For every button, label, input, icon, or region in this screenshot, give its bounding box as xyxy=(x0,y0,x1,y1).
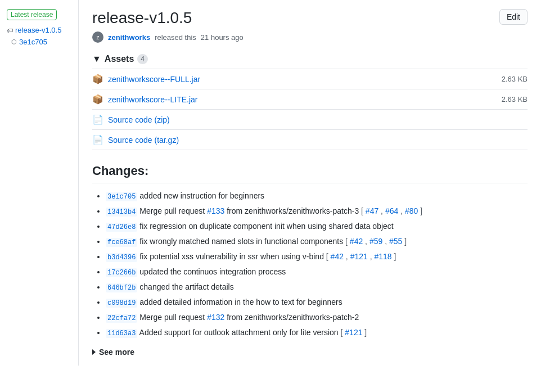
change-text-8: added detailed information in the how to… xyxy=(139,298,342,307)
release-title: release-v1.0.5 xyxy=(92,9,192,27)
file-icon-1: 📄 xyxy=(92,114,103,125)
tag-icon: 🏷 xyxy=(7,27,13,34)
sidebar-commit-link[interactable]: ⬡ 3e1c705 xyxy=(11,38,71,46)
see-more-button[interactable]: See more xyxy=(92,348,528,357)
author-link[interactable]: zenithworks xyxy=(108,33,150,42)
change-text-4: fix wrongly matched named slots in funct… xyxy=(139,237,345,246)
latest-release-badge: Latest release xyxy=(7,9,57,20)
sidebar-tag-link[interactable]: 🏷 release-v1.0.5 xyxy=(7,26,71,34)
asset-size-2: 2.63 KB xyxy=(502,95,528,103)
brackets: [ xyxy=(326,252,331,261)
brackets: , xyxy=(381,206,385,215)
assets-header[interactable]: ▼ Assets 4 xyxy=(92,54,528,64)
brackets: ] xyxy=(394,252,396,261)
brackets: [ xyxy=(345,237,350,246)
file-icon-2: 📄 xyxy=(92,134,103,145)
issue-121b[interactable]: #121 xyxy=(345,328,362,337)
list-item: c098d19 added detailed information in th… xyxy=(106,296,528,308)
chevron-right-icon xyxy=(92,349,96,355)
issue-121a[interactable]: #121 xyxy=(350,252,368,261)
asset-row: 📄 Source code (zip) xyxy=(92,110,528,130)
list-item: fce68af fix wrongly matched named slots … xyxy=(106,236,528,247)
brackets: , xyxy=(385,237,389,246)
issue-47[interactable]: #47 xyxy=(366,206,378,215)
commit-hash-7[interactable]: 646bf2b xyxy=(106,283,137,292)
change-text-9b: from zenithworks/zenithworks-patch-2 xyxy=(227,313,359,322)
list-item: b3d4396 fix potential xss vulnerability … xyxy=(106,251,528,263)
collapse-icon: ▼ xyxy=(92,54,101,64)
issue-42b[interactable]: #42 xyxy=(331,252,344,261)
list-item: 11d63a3 Added support for outlook attach… xyxy=(106,327,528,339)
sidebar: Latest release 🏷 release-v1.0.5 ⬡ 3e1c70… xyxy=(0,0,79,366)
change-text-10: Added support for outlook attachment onl… xyxy=(139,328,341,337)
brackets: , xyxy=(346,252,350,261)
asset-link-3[interactable]: Source code (zip) xyxy=(108,115,170,124)
list-item: 47d26e8 fix regression on duplicate comp… xyxy=(106,220,528,232)
brackets: ] xyxy=(364,328,367,337)
change-text-3: fix regression on duplicate component in… xyxy=(139,222,393,231)
asset-row: 📄 Source code (tar.gz) xyxy=(92,130,528,150)
brackets: , xyxy=(365,237,369,246)
list-item: 13413b4 Merge pull request #133 from zen… xyxy=(106,205,528,217)
brackets: ] xyxy=(420,206,422,215)
assets-list: 📦 zenithworkscore--FULL.jar 2.63 KB 📦 ze… xyxy=(92,69,528,150)
commit-hash-1[interactable]: 3e1c705 xyxy=(106,192,137,201)
commit-hash-10[interactable]: 11d63a3 xyxy=(106,329,137,338)
asset-left: 📄 Source code (tar.gz) xyxy=(92,134,179,145)
asset-row: 📦 zenithworkscore--LITE.jar 2.63 KB xyxy=(92,89,528,110)
brackets: ] xyxy=(404,237,407,246)
edit-button[interactable]: Edit xyxy=(499,9,528,25)
changes-title: Changes: xyxy=(92,164,528,183)
main-content: release-v1.0.5 Edit z zenithworks releas… xyxy=(79,0,541,366)
list-item: 3e1c705 added new instruction for beginn… xyxy=(106,190,528,202)
assets-section: ▼ Assets 4 📦 zenithworkscore--FULL.jar 2… xyxy=(92,54,528,150)
list-item: 22cfa72 Merge pull request #132 from zen… xyxy=(106,312,528,323)
pr-link-133[interactable]: #133 xyxy=(207,206,224,215)
changes-list: 3e1c705 added new instruction for beginn… xyxy=(92,190,528,339)
asset-link-1[interactable]: zenithworkscore--FULL.jar xyxy=(108,75,200,84)
issue-59[interactable]: #59 xyxy=(369,237,382,246)
see-more-label: See more xyxy=(99,348,134,357)
change-text-9: Merge pull request xyxy=(139,313,207,322)
issue-55[interactable]: #55 xyxy=(389,237,402,246)
package-icon-2: 📦 xyxy=(92,94,103,105)
issue-80[interactable]: #80 xyxy=(405,206,418,215)
commit-hash-2[interactable]: 13413b4 xyxy=(106,208,137,217)
time-ago: 21 hours ago xyxy=(201,33,244,42)
commit-hash-6[interactable]: 17c266b xyxy=(106,268,137,277)
release-meta: z zenithworks released this 21 hours ago xyxy=(92,31,528,43)
brackets: [ xyxy=(361,206,366,215)
package-icon-1: 📦 xyxy=(92,74,103,84)
list-item: 646bf2b changed the artifact details xyxy=(106,281,528,293)
brackets: , xyxy=(400,206,405,215)
issue-42a[interactable]: #42 xyxy=(350,237,363,246)
changes-section: Changes: 3e1c705 added new instruction f… xyxy=(92,164,528,357)
change-text-2: Merge pull request xyxy=(139,206,207,215)
assets-label: Assets xyxy=(105,54,134,64)
assets-count: 4 xyxy=(137,54,148,64)
issue-64[interactable]: #64 xyxy=(385,206,398,215)
commit-hash-5[interactable]: b3d4396 xyxy=(106,253,137,262)
asset-link-4[interactable]: Source code (tar.gz) xyxy=(108,136,179,145)
sidebar-tag-label: release-v1.0.5 xyxy=(15,26,61,34)
commit-hash-9[interactable]: 22cfa72 xyxy=(106,314,137,323)
asset-size-1: 2.63 KB xyxy=(502,75,528,83)
commit-hash-3[interactable]: 47d26e8 xyxy=(106,223,137,232)
change-text-7: changed the artifact details xyxy=(139,282,233,291)
list-item: 17c266b updated the continuos integratio… xyxy=(106,266,528,278)
change-text-5: fix potential xss vulnerability in ssr w… xyxy=(139,252,326,261)
issue-118[interactable]: #118 xyxy=(374,252,391,261)
commit-hash-4[interactable]: fce68af xyxy=(106,238,137,247)
commit-hash-8[interactable]: c098d19 xyxy=(106,299,137,308)
asset-row: 📦 zenithworkscore--FULL.jar 2.63 KB xyxy=(92,69,528,89)
sidebar-commit-label: 3e1c705 xyxy=(19,38,47,46)
avatar: z xyxy=(92,31,103,43)
commit-icon: ⬡ xyxy=(11,38,17,46)
pr-link-132[interactable]: #132 xyxy=(207,313,224,322)
asset-left: 📦 zenithworkscore--FULL.jar xyxy=(92,74,200,84)
change-text-1: added new instruction for beginners xyxy=(139,191,264,200)
asset-left: 📄 Source code (zip) xyxy=(92,114,170,125)
change-text-2b: from zenithworks/zenithworks-patch-3 xyxy=(227,206,361,215)
released-text: released this xyxy=(155,33,196,42)
asset-link-2[interactable]: zenithworkscore--LITE.jar xyxy=(108,95,198,104)
